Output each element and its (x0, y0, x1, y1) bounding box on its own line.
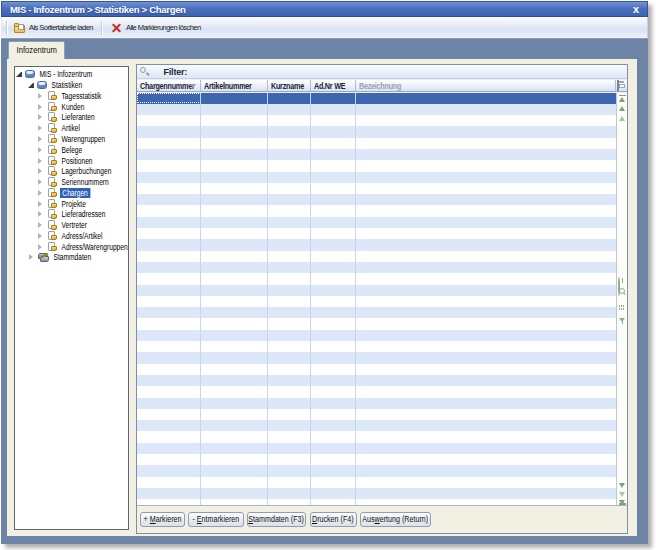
tree-collapsed-icon[interactable] (38, 114, 44, 120)
grid-row[interactable] (137, 431, 616, 442)
grid-row[interactable] (137, 262, 616, 273)
grid-row[interactable] (137, 285, 616, 296)
tree-collapsed-icon[interactable] (38, 201, 44, 207)
grid-row[interactable] (137, 341, 616, 352)
grid-rows-area[interactable] (137, 93, 616, 505)
filter-search-icon (140, 67, 149, 76)
tree-item-positionen[interactable]: Positionen (15, 155, 128, 166)
footer-button--markieren[interactable]: + Markieren (140, 512, 185, 527)
grid-row[interactable] (137, 104, 616, 115)
tree-item-lieferanten[interactable]: Lieferanten (15, 112, 128, 123)
grid-row[interactable] (137, 183, 616, 194)
scroll-to-top-icon[interactable] (619, 97, 625, 102)
grid-row[interactable] (137, 465, 616, 476)
tab-infozentrum[interactable]: Infozentrum (8, 41, 65, 59)
grid-row[interactable] (137, 217, 616, 228)
scroll-up-page-icon[interactable] (619, 116, 625, 121)
tree-item-seriennummern[interactable]: Seriennummern (15, 177, 128, 188)
grid-row[interactable] (137, 115, 616, 126)
grid-scrollbar[interactable] (616, 93, 627, 505)
grid-row[interactable] (137, 318, 616, 329)
tree-item-chargen[interactable]: Chargen (15, 187, 128, 198)
scroll-down-icon[interactable] (619, 483, 625, 488)
tree-collapsed-icon[interactable] (38, 179, 44, 185)
filter-icon[interactable] (618, 317, 626, 325)
tree-item-artikel[interactable]: Artikel (15, 123, 128, 134)
grid-row[interactable] (137, 296, 616, 307)
close-icon[interactable]: x (630, 2, 642, 17)
tree-collapsed-icon[interactable] (38, 147, 44, 153)
column-header-kurzname[interactable]: Kurzname (268, 80, 311, 92)
tree-item-projekte[interactable]: Projekte (15, 198, 128, 209)
grid-row[interactable] (137, 409, 616, 420)
tree-item-vertreter[interactable]: Vertreter (15, 220, 128, 231)
grid-row[interactable] (137, 443, 616, 454)
grid-row[interactable] (137, 251, 616, 262)
tree-item-lieferadressen[interactable]: Lieferadressen (15, 209, 128, 220)
grid-row[interactable] (137, 239, 616, 250)
column-header-chargennummer[interactable]: Chargennummer (137, 80, 201, 92)
footer-button-stammdaten-f3-[interactable]: Stammdaten (F3) (247, 512, 306, 527)
tree-item-stammdaten[interactable]: Stammdaten (15, 252, 128, 263)
grid-row[interactable] (137, 149, 616, 160)
grid-row-selected[interactable] (137, 93, 616, 104)
column-header-ad-nr-we[interactable]: Ad.Nr WE (311, 80, 356, 92)
tree-collapsed-icon[interactable] (38, 244, 44, 250)
tree-collapsed-icon[interactable] (38, 125, 44, 131)
grid-row[interactable] (137, 477, 616, 488)
tree-collapsed-icon[interactable] (38, 168, 44, 174)
search-icon[interactable] (618, 288, 626, 296)
tree-collapsed-icon[interactable] (38, 222, 44, 228)
tree-collapsed-icon[interactable] (38, 158, 44, 164)
tree-item-adress-artikel[interactable]: Adress/Artikel (15, 230, 128, 241)
tree-item-belege[interactable]: Belege (15, 144, 128, 155)
grid-row[interactable] (137, 160, 616, 171)
footer-button--entmarkieren[interactable]: - Entmarkieren (188, 512, 244, 527)
tree-collapsed-icon[interactable] (38, 211, 44, 217)
tree-item-statistiken[interactable]: Statistiken (15, 80, 128, 91)
grid-row[interactable] (137, 205, 616, 216)
tree-item-lagerbuchungen[interactable]: Lagerbuchungen (15, 166, 128, 177)
grid-row[interactable] (137, 488, 616, 499)
column-header-artikelnummer[interactable]: Artikelnummer (201, 80, 268, 92)
scroll-up-icon[interactable] (619, 106, 625, 111)
grid-row[interactable] (137, 386, 616, 397)
tree-collapsed-icon[interactable] (38, 93, 44, 99)
grid-row[interactable] (137, 273, 616, 284)
grid-row[interactable] (137, 138, 616, 149)
grid-row[interactable] (137, 194, 616, 205)
grid-row[interactable] (137, 172, 616, 183)
grid-row[interactable] (137, 330, 616, 341)
grid-row[interactable] (137, 228, 616, 239)
grid-row[interactable] (137, 398, 616, 409)
grid-corner-cell[interactable] (616, 80, 627, 92)
tree-expanded-icon[interactable] (16, 71, 22, 77)
grid-row[interactable] (137, 454, 616, 465)
load-sort-table-button[interactable]: Als Sortiertabelle laden (10, 19, 97, 37)
grid-row[interactable] (137, 352, 616, 363)
grid-row[interactable] (137, 307, 616, 318)
footer-button-auswertung-return-[interactable]: Auswertung (Return) (360, 512, 431, 527)
grid-row[interactable] (137, 375, 616, 386)
filter-bar[interactable]: Filter: (137, 65, 627, 79)
grid-row[interactable] (137, 420, 616, 431)
tree-item-mis-infozentrum[interactable]: MIS - Infozentrum (15, 69, 128, 80)
tree-expanded-icon[interactable] (28, 82, 34, 88)
clear-marks-button[interactable]: Alle Markierungen löschen (108, 19, 205, 37)
tree-item-warengruppen[interactable]: Warengruppen (15, 134, 128, 145)
tree-collapsed-icon[interactable] (29, 254, 35, 260)
tree-collapsed-icon[interactable] (38, 233, 44, 239)
tree-collapsed-icon[interactable] (38, 136, 44, 142)
numbers-icon[interactable] (618, 304, 626, 312)
grid-row[interactable] (137, 126, 616, 137)
tree-item-tagesstatistik[interactable]: Tagesstatistik (15, 91, 128, 102)
tree-item-kunden[interactable]: Kunden (15, 101, 128, 112)
grid-row[interactable] (137, 364, 616, 375)
tree-collapsed-icon[interactable] (38, 104, 44, 110)
footer-button-drucken-f4-[interactable]: Drucken (F4) (310, 512, 357, 527)
column-header-bezeichnung[interactable]: Bezeichnung (356, 80, 616, 92)
tree-collapsed-icon[interactable] (38, 190, 44, 196)
scroll-down-page-icon[interactable] (619, 492, 625, 497)
columns-icon[interactable] (618, 278, 626, 286)
tree-item-adress-warengruppen[interactable]: Adress/Warengruppen (15, 241, 128, 252)
